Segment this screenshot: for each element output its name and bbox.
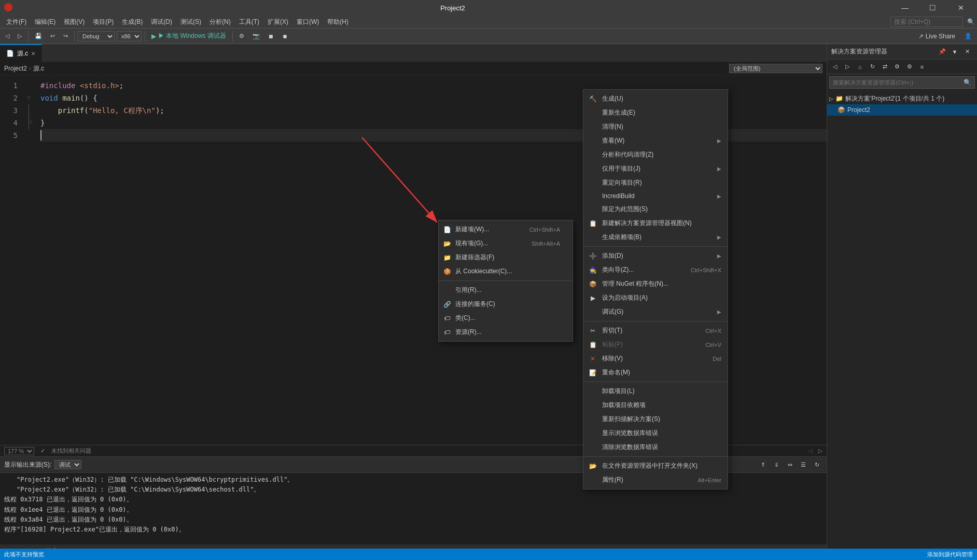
menu-test[interactable]: 测试(S) xyxy=(176,16,205,29)
rctx-cut-label: 剪切(T) xyxy=(602,326,622,335)
editor-tab-source[interactable]: 📄 源.c ✕ xyxy=(0,44,42,62)
add-to-source-control[interactable]: 添加到源代码管理 xyxy=(927,551,973,558)
rctx-rebuild[interactable]: 重新生成(E) xyxy=(583,106,728,120)
close-button[interactable]: ✕ xyxy=(949,0,973,16)
se-btn-home[interactable]: ⌂ xyxy=(854,61,866,73)
rctx-debug-submenu[interactable]: 调试(G) ▶ xyxy=(583,305,728,319)
scope-dropdown[interactable]: (全局范围) xyxy=(729,64,822,73)
breadcrumb-project[interactable]: Project2 xyxy=(4,65,27,72)
output-btn5[interactable]: ↻ xyxy=(811,459,822,470)
ctx-class[interactable]: 🏷 类(C)... xyxy=(439,311,573,325)
rctx-load-deps[interactable]: 加载项目依赖项 xyxy=(583,398,728,412)
rctx-incredibuild[interactable]: IncrediBuild ▶ xyxy=(583,190,728,202)
output-source-select[interactable]: 调试 xyxy=(54,460,81,469)
rctx-unload[interactable]: 卸载项目(L) xyxy=(583,384,728,398)
add-icon: ➕ xyxy=(588,251,598,261)
rctx-rescan[interactable]: 重新扫描解决方案(S) xyxy=(583,412,728,426)
ctx-existing-item[interactable]: 📂 现有项(G)... Shift+Alt+A xyxy=(439,236,573,250)
rctx-new-view[interactable]: 📋 新建解决方案资源管理器视图(N) xyxy=(583,216,728,230)
ctx-new-filter[interactable]: 📁 新建筛选器(F) xyxy=(439,250,573,264)
rctx-clear-browse-errors[interactable]: 清除浏览数据库错误 xyxy=(583,440,728,454)
panel-close-button[interactable]: ✕ xyxy=(961,46,973,58)
live-share-button[interactable]: ↗ Live Share xyxy=(914,32,959,41)
menu-edit[interactable]: 编辑(E) xyxy=(31,16,60,29)
toolbar-save-all[interactable]: 💾 xyxy=(32,32,45,40)
global-search-input[interactable] xyxy=(890,17,963,27)
scroll-right[interactable]: ▷ xyxy=(818,447,822,454)
se-btn-forward[interactable]: ▷ xyxy=(842,61,853,73)
scroll-left[interactable]: ◁ xyxy=(808,447,812,454)
rctx-build-deps[interactable]: 生成依赖项(B) ▶ xyxy=(583,230,728,244)
ctx-connected-services[interactable]: 🔗 连接的服务(C) xyxy=(439,297,573,311)
se-btn-back[interactable]: ◁ xyxy=(829,61,841,73)
menu-view[interactable]: 视图(V) xyxy=(60,16,89,29)
rctx-unload-label: 卸载项目(L) xyxy=(602,387,635,396)
debug-config-dropdown[interactable]: Debug Release xyxy=(78,31,115,41)
rctx-analyze[interactable]: 分析和代码清理(Z) xyxy=(583,148,728,162)
ctx-resource[interactable]: 🏷 资源(R)... xyxy=(439,325,573,339)
panel-arrow-button[interactable]: ▼ xyxy=(949,46,960,58)
ctx-cookiecutter[interactable]: 🍪 从 Cookiecutter(C)... xyxy=(439,264,573,278)
minimize-button[interactable]: — xyxy=(893,0,917,16)
se-btn-filter[interactable]: ⚙ xyxy=(891,61,903,73)
menu-window[interactable]: 窗口(W) xyxy=(292,16,323,29)
output-btn2[interactable]: ⇓ xyxy=(771,459,782,470)
rctx-remove[interactable]: ✕ 移除(V) Del xyxy=(583,352,728,366)
rctx-show-browse-errors-label: 显示浏览数据库错误 xyxy=(602,429,658,438)
platform-dropdown[interactable]: x86 x64 xyxy=(117,31,142,41)
rctx-cut[interactable]: ✂ 剪切(T) Ctrl+X xyxy=(583,324,728,338)
rctx-clean[interactable]: 清理(N) xyxy=(583,120,728,134)
menu-help[interactable]: 帮助(H) xyxy=(323,16,353,29)
output-btn1[interactable]: ⇑ xyxy=(757,459,769,470)
toolbar-extra3[interactable]: ⏹ xyxy=(265,32,277,40)
toolbar-undo[interactable]: ↩ xyxy=(47,32,58,40)
se-btn-sync[interactable]: ⇄ xyxy=(879,61,890,73)
rctx-set-startup[interactable]: ▶ 设为启动项目(A) xyxy=(583,291,728,305)
menu-project[interactable]: 项目(P) xyxy=(89,16,118,29)
run-button[interactable]: ▶ ▶ 本地 Windows 调试器 xyxy=(148,31,229,41)
rctx-add[interactable]: ➕ 添加(D) ▶ xyxy=(583,249,728,263)
zoom-select[interactable]: 177 % xyxy=(4,447,34,455)
breadcrumb-file[interactable]: 源.c xyxy=(33,64,44,73)
menu-debug[interactable]: 调试(D) xyxy=(147,16,176,29)
toolbar-extra4[interactable]: ⏺ xyxy=(279,32,291,40)
rctx-nuget[interactable]: 📦 管理 NuGet 程序包(N)... xyxy=(583,277,728,291)
menu-extensions[interactable]: 扩展(X) xyxy=(263,16,292,29)
right-context-menu: 🔨 生成(U) 重新生成(E) 清理(N) 查看(W) ▶ 分析和代码清理(Z)… xyxy=(583,89,728,489)
ctx-new-item[interactable]: 📄 新建项(W)... Ctrl+Shift+A xyxy=(439,222,573,236)
solution-search-input[interactable] xyxy=(833,79,961,86)
maximize-button[interactable]: ☐ xyxy=(921,0,945,16)
search-icon[interactable]: 🔍 xyxy=(967,18,975,25)
panel-pin-button[interactable]: 📌 xyxy=(937,46,948,58)
menu-analyze[interactable]: 分析(N) xyxy=(205,16,235,29)
rctx-build[interactable]: 🔨 生成(U) xyxy=(583,92,728,106)
ctx-reference[interactable]: 引用(R)... xyxy=(439,283,573,297)
menu-file[interactable]: 文件(F) xyxy=(2,16,31,29)
output-btn3[interactable]: ⇔ xyxy=(784,459,795,470)
rctx-rename[interactable]: 📝 重命名(M) xyxy=(583,366,728,380)
tree-item-solution[interactable]: ▷ 📁 解决方案'Project2'(1 个项目/共 1 个) xyxy=(827,93,977,104)
rctx-open-folder[interactable]: 📂 在文件资源管理器中打开文件夹(X) xyxy=(583,459,728,473)
rctx-retarget[interactable]: 重定向项目(R) xyxy=(583,176,728,190)
toolbar-back[interactable]: ◁ xyxy=(2,32,12,40)
toolbar-extra2[interactable]: 📷 xyxy=(249,32,263,40)
menu-build[interactable]: 生成(B) xyxy=(118,16,147,29)
rctx-show-browse-errors[interactable]: 显示浏览数据库错误 xyxy=(583,426,728,440)
menu-tools[interactable]: 工具(T) xyxy=(235,16,263,29)
rctx-project-only[interactable]: 仅用于项目(J) ▶ xyxy=(583,162,728,176)
toolbar-extra1[interactable]: ⚙ xyxy=(236,32,247,40)
se-btn-settings[interactable]: ⚙ xyxy=(904,61,915,73)
se-btn-refresh[interactable]: ↻ xyxy=(867,61,878,73)
rctx-paste[interactable]: 📋 粘贴(P) Ctrl+V xyxy=(583,338,728,352)
tab-close-button[interactable]: ✕ xyxy=(31,51,35,57)
toolbar-account[interactable]: 👤 xyxy=(961,32,975,40)
rctx-class-wizard[interactable]: 🧙 类向导(Z)... Ctrl+Shift+X xyxy=(583,263,728,277)
output-btn4[interactable]: ☰ xyxy=(798,459,809,470)
rctx-properties[interactable]: 属性(R) Alt+Enter xyxy=(583,473,728,487)
toolbar-redo[interactable]: ↪ xyxy=(60,32,71,40)
tree-item-project[interactable]: 📦 Project2 xyxy=(827,104,977,116)
toolbar-forward[interactable]: ▷ xyxy=(15,32,25,40)
rctx-view[interactable]: 查看(W) ▶ xyxy=(583,134,728,148)
rctx-scope[interactable]: 限定为此范围(S) xyxy=(583,202,728,216)
se-btn-more[interactable]: ≡ xyxy=(916,61,928,73)
